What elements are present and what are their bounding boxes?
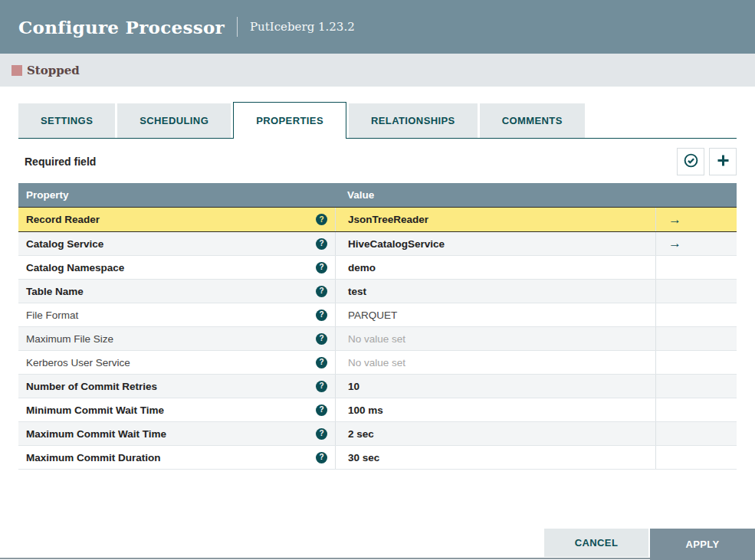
tab-scheduling[interactable]: SCHEDULING <box>117 103 231 138</box>
verify-properties-icon <box>683 152 699 172</box>
goto-cell <box>655 375 737 398</box>
properties-table: Property Value Record Reader?JsonTreeRea… <box>18 183 737 470</box>
property-name-cell: Maximum File Size? <box>18 327 335 350</box>
property-value-cell[interactable]: HiveCatalogService <box>335 232 655 255</box>
property-row[interactable]: Minimum Commit Wait Time?100 ms <box>18 398 737 422</box>
property-help-icon[interactable]: ? <box>316 214 327 225</box>
property-name: Record Reader <box>26 214 100 225</box>
property-value-cell[interactable]: No value set <box>335 327 655 350</box>
goto-cell <box>655 303 737 326</box>
property-name-cell: Maximum Commit Wait Time? <box>18 422 335 445</box>
property-row[interactable]: File Format?PARQUET <box>18 303 737 327</box>
goto-cell <box>655 446 737 469</box>
property-value-cell[interactable]: 30 sec <box>335 446 655 469</box>
tab-properties[interactable]: PROPERTIES <box>233 102 346 139</box>
property-value-cell[interactable]: No value set <box>335 351 655 374</box>
property-name: Minimum Commit Wait Time <box>26 404 164 416</box>
properties-table-body: Record Reader?JsonTreeReader→Catalog Ser… <box>18 207 737 470</box>
add-property-icon <box>715 152 731 172</box>
property-name: Catalog Namespace <box>26 262 124 273</box>
property-value-cell[interactable]: 100 ms <box>335 398 655 421</box>
property-row[interactable]: Table Name?test <box>18 280 737 303</box>
processor-status-bar: Stopped <box>0 54 755 87</box>
property-help-icon[interactable]: ? <box>316 428 327 440</box>
property-name-cell: Maximum Commit Duration? <box>18 446 335 469</box>
apply-button[interactable]: APPLY <box>650 529 755 560</box>
property-value-cell[interactable]: 10 <box>335 375 655 398</box>
properties-table-header: Property Value <box>18 183 737 207</box>
goto-cell <box>655 351 737 374</box>
configure-processor-dialog: Configure Processor PutIceberg 1.23.2 St… <box>0 0 755 560</box>
property-name: Catalog Service <box>26 238 103 250</box>
property-help-icon[interactable]: ? <box>316 357 327 368</box>
property-help-icon[interactable]: ? <box>316 262 327 273</box>
property-row[interactable]: Catalog Service?HiveCatalogService→ <box>18 232 737 256</box>
property-help-icon[interactable]: ? <box>316 452 327 463</box>
property-value-cell[interactable]: 2 sec <box>335 422 655 445</box>
goto-service-arrow-icon[interactable]: → <box>668 236 681 251</box>
goto-cell: → <box>655 232 737 255</box>
property-name: Kerberos User Service <box>26 357 130 368</box>
property-name-cell: Kerberos User Service? <box>18 351 335 374</box>
property-name: Maximum Commit Duration <box>26 452 161 463</box>
property-row[interactable]: Maximum Commit Wait Time?2 sec <box>18 422 737 446</box>
goto-cell: → <box>655 208 737 231</box>
property-name: File Format <box>26 309 78 321</box>
property-help-icon[interactable]: ? <box>316 286 327 297</box>
property-value-cell[interactable]: test <box>335 280 655 303</box>
property-name: Table Name <box>26 286 84 297</box>
tab-comments[interactable]: COMMENTS <box>480 103 585 138</box>
property-name-cell: Minimum Commit Wait Time? <box>18 398 335 421</box>
properties-toolbar: Required field <box>18 148 737 175</box>
property-value-cell[interactable]: JsonTreeReader <box>335 208 655 231</box>
property-value-cell[interactable]: demo <box>335 256 655 279</box>
property-row[interactable]: Catalog Namespace?demo <box>18 256 737 280</box>
window-bottom-edge <box>0 558 755 559</box>
property-help-icon[interactable]: ? <box>316 404 327 416</box>
value-column-header: Value <box>335 189 655 201</box>
tab-relationships[interactable]: RELATIONSHIPS <box>349 103 478 138</box>
status-label: Stopped <box>27 64 80 77</box>
property-name-cell: Catalog Service? <box>18 232 335 255</box>
property-help-icon[interactable]: ? <box>316 238 327 250</box>
verify-properties-button[interactable] <box>677 148 704 175</box>
stopped-status-icon <box>11 65 22 76</box>
property-name: Maximum File Size <box>26 333 113 345</box>
tab-settings[interactable]: SETTINGS <box>18 103 115 138</box>
property-name-cell: Table Name? <box>18 280 335 303</box>
property-row[interactable]: Maximum Commit Duration?30 sec <box>18 446 737 470</box>
property-help-icon[interactable]: ? <box>316 333 327 345</box>
add-property-button[interactable] <box>709 148 737 175</box>
property-help-icon[interactable]: ? <box>316 381 327 392</box>
property-row[interactable]: Record Reader?JsonTreeReader→ <box>18 207 737 232</box>
goto-cell <box>655 422 737 445</box>
property-help-icon[interactable]: ? <box>316 309 327 321</box>
goto-service-arrow-icon[interactable]: → <box>668 212 681 228</box>
property-name-cell: Record Reader? <box>18 208 335 231</box>
goto-cell <box>655 398 737 421</box>
property-row[interactable]: Maximum File Size?No value set <box>18 327 737 351</box>
property-name: Maximum Commit Wait Time <box>26 428 166 440</box>
goto-cell <box>655 280 737 303</box>
property-name-cell: Number of Commit Retries? <box>18 375 335 398</box>
required-field-label: Required field <box>18 156 96 168</box>
property-value-cell[interactable]: PARQUET <box>335 303 655 326</box>
property-name: Number of Commit Retries <box>26 381 157 392</box>
header-divider <box>237 17 238 37</box>
processor-name-version: PutIceberg 1.23.2 <box>250 20 355 34</box>
dialog-tabs: SETTINGSSCHEDULINGPROPERTIESRELATIONSHIP… <box>18 102 737 139</box>
dialog-header: Configure Processor PutIceberg 1.23.2 <box>0 0 755 54</box>
property-row[interactable]: Number of Commit Retries?10 <box>18 375 737 398</box>
property-column-header: Property <box>18 189 335 201</box>
dialog-title: Configure Processor <box>18 17 225 38</box>
goto-cell <box>655 256 737 279</box>
goto-cell <box>655 327 737 350</box>
cancel-button[interactable]: CANCEL <box>544 529 648 557</box>
property-name-cell: Catalog Namespace? <box>18 256 335 279</box>
property-name-cell: File Format? <box>18 303 335 326</box>
property-row[interactable]: Kerberos User Service?No value set <box>18 351 737 375</box>
